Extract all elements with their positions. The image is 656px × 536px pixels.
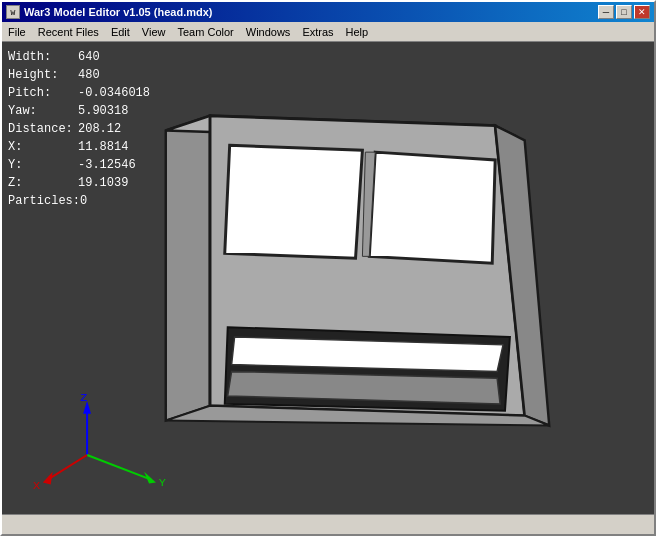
- window-icon: W: [6, 5, 20, 19]
- stat-width-label: Width:: [8, 48, 78, 66]
- stat-z-value: 19.1039: [78, 174, 128, 192]
- stat-width: Width: 640: [8, 48, 150, 66]
- main-window: W War3 Model Editor v1.05 (head.mdx) ─ □…: [0, 0, 656, 536]
- menu-team-color[interactable]: Team Color: [172, 24, 240, 40]
- stat-particles: Particles: 0: [8, 192, 150, 210]
- stat-x-label: X:: [8, 138, 78, 156]
- svg-marker-6: [225, 145, 363, 258]
- menu-recent-files[interactable]: Recent Files: [32, 24, 105, 40]
- viewport[interactable]: Width: 640 Height: 480 Pitch: -0.0346018…: [2, 42, 654, 514]
- maximize-button[interactable]: □: [616, 5, 632, 19]
- stat-x-value: 11.8814: [78, 138, 128, 156]
- stat-yaw: Yaw: 5.90318: [8, 102, 150, 120]
- stat-height-label: Height:: [8, 66, 78, 84]
- stat-height-value: 480: [78, 66, 100, 84]
- stat-distance: Distance: 208.12: [8, 120, 150, 138]
- stat-particles-value: 0: [80, 192, 87, 210]
- menu-windows[interactable]: Windows: [240, 24, 297, 40]
- stat-z-label: Z:: [8, 174, 78, 192]
- stat-particles-label: Particles:: [8, 192, 80, 210]
- stat-x: X: 11.8814: [8, 138, 150, 156]
- stat-pitch-value: -0.0346018: [78, 84, 150, 102]
- svg-marker-7: [369, 152, 495, 263]
- menubar: File Recent Files Edit View Team Color W…: [2, 22, 654, 42]
- stat-y: Y: -3.12546: [8, 156, 150, 174]
- status-bar: [2, 514, 654, 534]
- stat-y-label: Y:: [8, 156, 78, 174]
- title-buttons: ─ □ ✕: [598, 5, 650, 19]
- svg-line-15: [87, 455, 151, 480]
- menu-file[interactable]: File: [2, 24, 32, 40]
- stat-pitch: Pitch: -0.0346018: [8, 84, 150, 102]
- svg-marker-19: [43, 472, 53, 485]
- stat-z: Z: 19.1039: [8, 174, 150, 192]
- minimize-button[interactable]: ─: [598, 5, 614, 19]
- window-title: War3 Model Editor v1.05 (head.mdx): [24, 6, 212, 18]
- close-button[interactable]: ✕: [634, 5, 650, 19]
- menu-help[interactable]: Help: [340, 24, 375, 40]
- menu-extras[interactable]: Extras: [296, 24, 339, 40]
- stat-pitch-label: Pitch:: [8, 84, 78, 102]
- stat-yaw-label: Yaw:: [8, 102, 78, 120]
- title-bar: W War3 Model Editor v1.05 (head.mdx) ─ □…: [2, 2, 654, 22]
- stat-distance-label: Distance:: [8, 120, 78, 138]
- menu-view[interactable]: View: [136, 24, 172, 40]
- stat-height: Height: 480: [8, 66, 150, 84]
- stats-overlay: Width: 640 Height: 480 Pitch: -0.0346018…: [8, 48, 150, 210]
- svg-line-18: [48, 455, 87, 480]
- stat-yaw-value: 5.90318: [78, 102, 128, 120]
- svg-text:X: X: [33, 479, 40, 493]
- svg-text:Z: Z: [80, 391, 87, 405]
- svg-marker-0: [166, 116, 210, 421]
- stat-width-value: 640: [78, 48, 100, 66]
- stat-distance-value: 208.12: [78, 120, 121, 138]
- title-bar-left: W War3 Model Editor v1.05 (head.mdx): [6, 5, 212, 19]
- svg-text:Y: Y: [159, 476, 166, 490]
- menu-edit[interactable]: Edit: [105, 24, 136, 40]
- stat-y-value: -3.12546: [78, 156, 136, 174]
